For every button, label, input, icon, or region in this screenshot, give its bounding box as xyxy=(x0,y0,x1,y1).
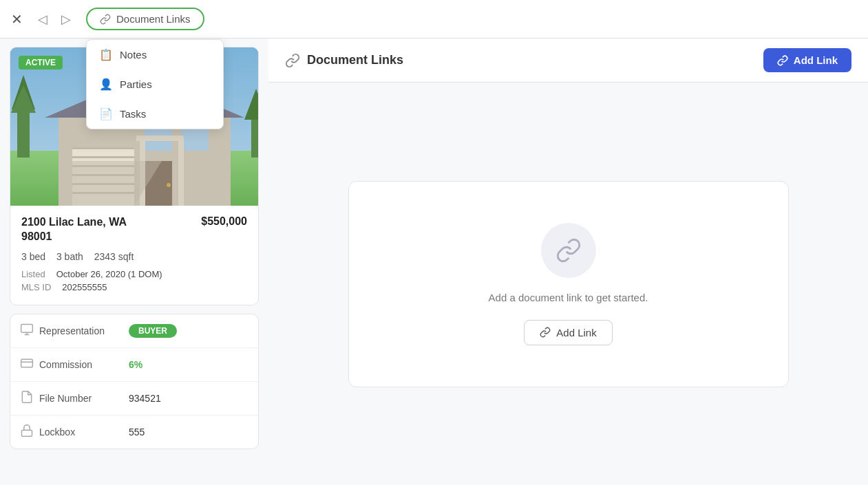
representation-label: Representation xyxy=(39,325,129,336)
property-info: 2100 Lilac Lane, WA 98001 $550,000 3 bed… xyxy=(10,206,258,305)
svg-rect-23 xyxy=(178,137,184,206)
commission-value: 6% xyxy=(129,359,142,370)
prev-arrow-button[interactable]: ◁ xyxy=(34,10,52,28)
lockbox-row: Lockbox 555 xyxy=(10,416,258,449)
property-meta: Listed October 26, 2020 (1 DOM) MLS ID 2… xyxy=(21,269,247,292)
next-arrow-button[interactable]: ▷ xyxy=(57,10,75,28)
property-price: $550,000 xyxy=(201,215,247,228)
svg-rect-24 xyxy=(136,136,183,141)
dropdown-container: Document Links 📋 Notes 👤 Parties 📄 Tasks xyxy=(86,8,204,30)
empty-text: Add a document link to get started. xyxy=(489,292,648,303)
svg-rect-30 xyxy=(22,430,32,436)
dropdown-item-tasks[interactable]: 📄 Tasks xyxy=(87,99,223,129)
right-panel-title: Document Links xyxy=(307,53,403,67)
sqft: 2343 sqft xyxy=(94,251,134,262)
document-links-title-icon xyxy=(285,53,300,68)
commission-icon xyxy=(20,356,39,373)
file-number-label: File Number xyxy=(39,393,129,404)
svg-rect-19 xyxy=(181,127,209,151)
top-bar: ✕ ◁ ▷ Document Links 📋 Notes 👤 Parties 📄… xyxy=(0,0,868,39)
dropdown-button-label: Document Links xyxy=(116,13,191,25)
svg-rect-29 xyxy=(21,359,33,367)
commission-label: Commission xyxy=(39,359,129,370)
svg-rect-13 xyxy=(72,156,134,158)
add-link-header-icon xyxy=(777,55,788,66)
file-number-icon xyxy=(20,390,39,407)
dropdown-item-notes[interactable]: 📋 Notes xyxy=(87,40,223,69)
svg-point-21 xyxy=(167,183,171,187)
listed-label: Listed xyxy=(21,269,45,279)
empty-link-icon xyxy=(555,237,582,263)
info-card: Representation BUYER Commission 6% xyxy=(10,314,259,449)
mls-row: MLS ID 202555555 xyxy=(21,282,247,292)
dropdown-item-tasks-label: Tasks xyxy=(120,108,146,120)
dropdown-menu: 📋 Notes 👤 Parties 📄 Tasks xyxy=(86,39,224,129)
beds: 3 bed xyxy=(21,251,45,262)
listed-date: October 26, 2020 (1 DOM) xyxy=(56,269,162,279)
property-address: 2100 Lilac Lane, WA 98001 xyxy=(21,215,127,244)
right-content: Add a document link to get started. Add … xyxy=(268,83,868,485)
buyer-badge: BUYER xyxy=(129,324,177,338)
mls-value: 202555555 xyxy=(62,282,107,292)
nav-arrows: ◁ ▷ xyxy=(34,10,75,28)
notes-icon: 📋 xyxy=(99,48,113,61)
property-address-row: 2100 Lilac Lane, WA 98001 $550,000 xyxy=(21,215,247,244)
mls-label: MLS ID xyxy=(21,282,51,292)
property-details: 3 bed 3 bath 2343 sqft xyxy=(21,251,247,262)
commission-row: Commission 6% xyxy=(10,348,258,382)
link-icon xyxy=(100,14,111,25)
add-link-empty-label: Add Link xyxy=(556,327,596,338)
file-number-row: File Number 934521 xyxy=(10,382,258,416)
svg-rect-28 xyxy=(21,324,33,332)
baths: 3 bath xyxy=(56,251,83,262)
representation-row: Representation BUYER xyxy=(10,314,258,348)
dropdown-item-parties-label: Parties xyxy=(120,78,152,90)
add-link-empty-button[interactable]: Add Link xyxy=(524,320,612,345)
lockbox-label: Lockbox xyxy=(39,427,129,438)
right-panel: Document Links Add Link Add a document l xyxy=(268,39,868,485)
lockbox-icon xyxy=(20,424,39,440)
listed-row: Listed October 26, 2020 (1 DOM) xyxy=(21,269,247,279)
add-link-header-label: Add Link xyxy=(794,54,838,66)
svg-rect-12 xyxy=(72,147,134,149)
active-badge: ACTIVE xyxy=(19,56,63,69)
dropdown-item-parties[interactable]: 👤 Parties xyxy=(87,69,223,99)
close-button[interactable]: ✕ xyxy=(11,11,23,28)
right-title: Document Links xyxy=(285,53,403,68)
add-link-header-button[interactable]: Add Link xyxy=(763,48,851,72)
empty-state: Add a document link to get started. Add … xyxy=(348,181,789,387)
tasks-icon: 📄 xyxy=(99,107,113,120)
add-link-empty-icon xyxy=(540,327,551,338)
document-links-dropdown-button[interactable]: Document Links xyxy=(86,8,204,30)
empty-icon-circle xyxy=(541,223,596,278)
parties-icon: 👤 xyxy=(99,78,113,91)
lockbox-value: 555 xyxy=(129,427,145,438)
svg-rect-26 xyxy=(251,116,258,158)
representation-icon xyxy=(20,323,39,339)
right-header: Document Links Add Link xyxy=(268,39,868,83)
file-number-value: 934521 xyxy=(129,393,161,404)
dropdown-item-notes-label: Notes xyxy=(120,49,147,61)
